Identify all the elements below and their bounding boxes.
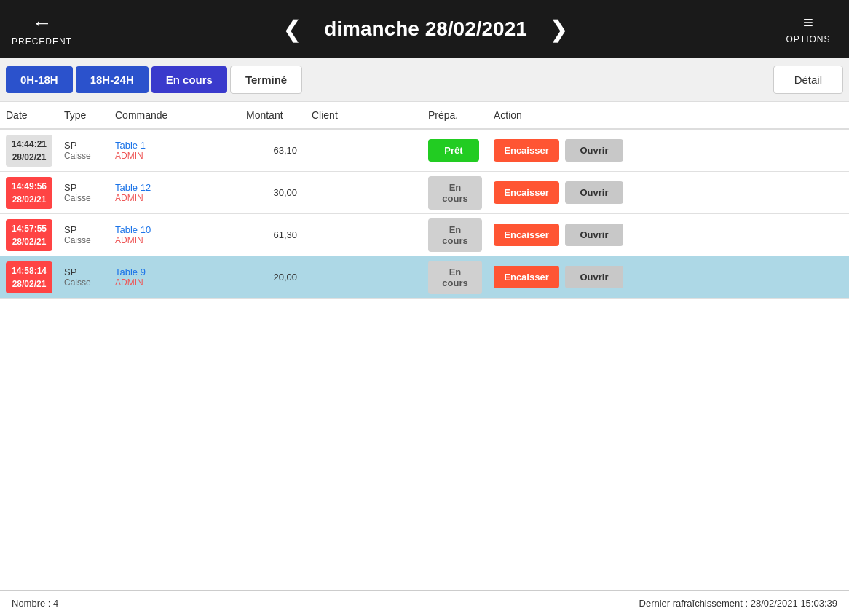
extra-cell-0 xyxy=(575,148,849,154)
prepa-cell-3[interactable]: En cours xyxy=(422,258,488,297)
prepa-cell-0[interactable]: Prêt xyxy=(422,136,488,165)
client-cell-0 xyxy=(306,148,422,154)
next-date-button[interactable]: ❯ xyxy=(542,15,576,43)
montant-cell-3: 20,00 xyxy=(240,269,306,285)
options-label: OPTIONS xyxy=(786,34,830,44)
prepa-button-1[interactable]: En cours xyxy=(428,176,482,210)
extra-cell-1 xyxy=(575,190,849,196)
app-header: ← PRECEDENT ❮ dimanche 28/02/2021 ❯ ≡ OP… xyxy=(0,0,849,58)
prepa-button-2[interactable]: En cours xyxy=(428,218,482,252)
back-arrow-icon: ← xyxy=(32,12,52,35)
table-row: 14:44:21 28/02/21 SP Caisse Table 1 ADMI… xyxy=(0,130,849,172)
client-cell-2 xyxy=(306,232,422,238)
extra-cell-2 xyxy=(575,232,849,238)
montant-cell-0: 63,10 xyxy=(240,142,306,159)
date-cell-1: 14:49:56 28/02/21 xyxy=(0,174,58,212)
type-cell-1: SP Caisse xyxy=(58,179,109,206)
montant-cell-1: 30,00 xyxy=(240,184,306,201)
col-commande: Commande xyxy=(109,106,240,124)
tabs-bar: 0H-18H 18H-24H En cours Terminé Détail xyxy=(0,58,849,102)
encaisser-button-2[interactable]: Encaisser xyxy=(494,224,559,246)
type-cell-0: SP Caisse xyxy=(58,137,109,164)
prepa-cell-2[interactable]: En cours xyxy=(422,216,488,255)
last-refresh: Dernier rafraîchissement : 28/02/2021 15… xyxy=(639,598,837,609)
current-date: dimanche 28/02/2021 xyxy=(324,17,527,41)
action-cell-0: Encaisser Ouvrir xyxy=(488,136,575,165)
col-prepa: Prépa. xyxy=(422,106,488,124)
action-cell-2: Encaisser Ouvrir xyxy=(488,221,575,249)
type-cell-3: SP Caisse xyxy=(58,264,109,291)
col-date: Date xyxy=(0,106,58,124)
table-row: 14:57:55 28/02/21 SP Caisse Table 10 ADM… xyxy=(0,214,849,256)
orders-table: 14:44:21 28/02/21 SP Caisse Table 1 ADMI… xyxy=(0,130,849,299)
table-row: 14:49:56 28/02/21 SP Caisse Table 12 ADM… xyxy=(0,172,849,214)
action-cell-3: Encaisser Ouvrir xyxy=(488,263,575,291)
date-cell-3: 14:58:14 28/02/21 xyxy=(0,258,58,296)
prev-date-button[interactable]: ❮ xyxy=(275,15,309,43)
hamburger-icon: ≡ xyxy=(803,14,813,31)
date-cell-2: 14:57:55 28/02/21 xyxy=(0,216,58,254)
commande-cell-1: Table 12 ADMIN xyxy=(109,179,240,206)
prepa-button-0[interactable]: Prêt xyxy=(428,139,479,162)
action-cell-1: Encaisser Ouvrir xyxy=(488,178,575,207)
order-count: Nombre : 4 xyxy=(12,598,58,609)
commande-cell-3: Table 9 ADMIN xyxy=(109,264,240,291)
prepa-button-3[interactable]: En cours xyxy=(428,261,482,294)
encaisser-button-3[interactable]: Encaisser xyxy=(494,266,559,288)
date-nav: ❮ dimanche 28/02/2021 ❯ xyxy=(275,15,576,43)
tab-0h18h[interactable]: 0H-18H xyxy=(6,66,73,93)
extra-cell-3 xyxy=(575,275,849,280)
footer-bar: Nombre : 4 Dernier rafraîchissement : 28… xyxy=(0,590,849,616)
back-label: PRECEDENT xyxy=(12,36,72,47)
commande-cell-2: Table 10 ADMIN xyxy=(109,221,240,248)
tab-encours[interactable]: En cours xyxy=(151,66,227,93)
col-type: Type xyxy=(58,106,109,124)
table-headers: Date Type Commande Montant Client Prépa.… xyxy=(0,102,849,130)
prepa-cell-1[interactable]: En cours xyxy=(422,173,488,213)
col-client: Client xyxy=(306,106,422,124)
back-button[interactable]: ← PRECEDENT xyxy=(12,12,72,47)
commande-cell-0: Table 1 ADMIN xyxy=(109,137,240,164)
detail-button[interactable]: Détail xyxy=(773,66,843,94)
client-cell-3 xyxy=(306,275,422,280)
options-button[interactable]: ≡ OPTIONS xyxy=(779,14,837,44)
encaisser-button-1[interactable]: Encaisser xyxy=(494,181,559,204)
col-montant: Montant xyxy=(240,106,306,124)
montant-cell-2: 61,30 xyxy=(240,226,306,243)
col-action: Action xyxy=(488,106,575,124)
client-cell-1 xyxy=(306,190,422,196)
encaisser-button-0[interactable]: Encaisser xyxy=(494,139,559,162)
tab-18h24h[interactable]: 18H-24H xyxy=(76,66,149,93)
type-cell-2: SP Caisse xyxy=(58,221,109,248)
date-cell-0: 14:44:21 28/02/21 xyxy=(0,132,58,170)
tab-termine[interactable]: Terminé xyxy=(230,66,302,94)
col-extra xyxy=(575,106,849,124)
table-row: 14:58:14 28/02/21 SP Caisse Table 9 ADMI… xyxy=(0,256,849,299)
